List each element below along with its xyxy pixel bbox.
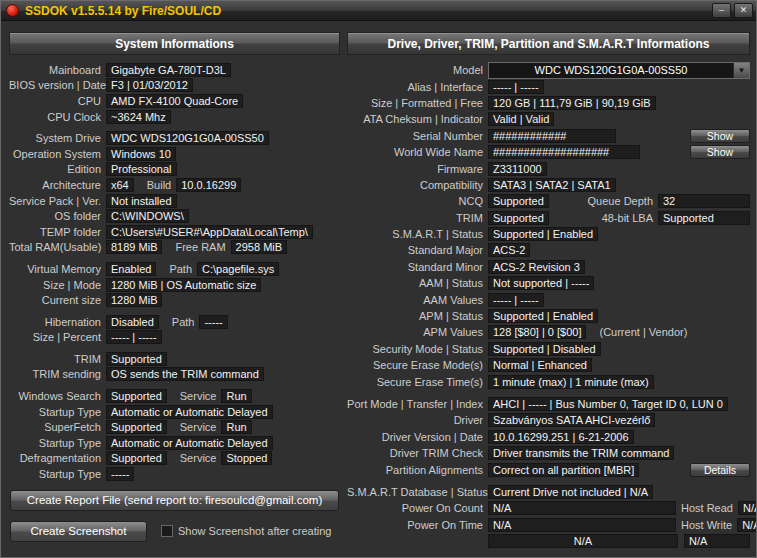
- details-button[interactable]: Details: [690, 463, 750, 477]
- row-value-2: N/A: [738, 501, 757, 515]
- row-label: Architecture: [9, 179, 106, 191]
- row-value-2: 10.0.16299: [176, 178, 241, 192]
- row-value: Correct on all partition [MBR]: [488, 463, 639, 477]
- row-label-2: Free RAM: [170, 241, 230, 253]
- row-value: Supported: [106, 352, 167, 366]
- row-label: CPU: [9, 95, 106, 107]
- row-value: 1280 MiB: [106, 293, 162, 307]
- row-bottom-status: N/AN/A: [347, 533, 750, 549]
- row-value: ----- | -----: [488, 293, 544, 307]
- row-cpu: CPUAMD FX-4100 Quad-Core: [9, 93, 340, 109]
- row-value: -----: [106, 467, 134, 481]
- row-value: Z3311000: [488, 162, 547, 176]
- row-label: Mainboard: [9, 64, 106, 76]
- row-label: Current size: [9, 294, 106, 306]
- row-value: Szabványos SATA AHCI-vezérlő: [488, 413, 655, 427]
- show-serial-button[interactable]: Show: [690, 129, 750, 143]
- row-label: S.M.A.R.T Database | Status: [347, 486, 488, 498]
- row-value-2: Stopped: [221, 451, 272, 465]
- row-label: Defragmentation: [9, 452, 106, 464]
- row-label: Partition Alignments: [347, 464, 488, 476]
- show-screenshot-checkbox[interactable]: [161, 525, 173, 537]
- row-label: ATA Cheksum | Indicator: [347, 113, 488, 125]
- row-label: Security Mode | Status: [347, 343, 488, 355]
- row-label-2: Service: [175, 452, 222, 464]
- row-system-drive: System DriveWDC WDS120G1G0A-00SS50: [9, 130, 340, 146]
- row-value: ###################: [488, 145, 640, 159]
- row-label: Size | Percent: [9, 331, 106, 343]
- row-mainboard: MainboardGigabyte GA-780T-D3L: [9, 62, 340, 78]
- row-value-2: C:\pagefile.sys: [197, 262, 279, 276]
- row-label-2: Service: [175, 390, 222, 402]
- row-value: N/A: [488, 534, 678, 548]
- row-value: ACS-2 Revision 3: [488, 260, 585, 274]
- row-compatibility: CompatibilitySATA3 | SATA2 | SATA1: [347, 177, 750, 193]
- create-report-button[interactable]: Create Report File (send report to: fire…: [10, 490, 339, 511]
- row-value: Driver transmits the TRIM command: [488, 446, 674, 460]
- drive-informations-panel: Drive, Driver, TRIM, Partition and S.M.A…: [347, 32, 750, 551]
- row-label: Windows Search: [9, 390, 106, 402]
- row-value: Not installed: [106, 194, 177, 208]
- row-apm-values: APM Values128 [$80] | 0 [$00](Current | …: [347, 324, 750, 340]
- row-value: 120 GB | 111,79 GiB | 90,19 GiB: [488, 96, 656, 110]
- row-label: Standard Major: [347, 244, 488, 256]
- row-value-2: 32: [658, 194, 750, 208]
- row-value: Supported: [488, 211, 549, 225]
- row-value: Automatic or Automatic Delayed: [106, 405, 273, 419]
- row-value: Professional: [106, 162, 177, 176]
- row-value: Supported | Enabled: [488, 309, 598, 323]
- row-label: AAM | Status: [347, 277, 488, 289]
- show-wwn-button[interactable]: Show: [690, 145, 750, 159]
- row-value: N/A: [488, 518, 676, 532]
- row-label: Startup Type: [9, 406, 106, 418]
- row-trim: TRIMSupported: [9, 351, 340, 367]
- row-label-2: Host Read: [676, 502, 738, 514]
- row-operation-system: Operation SystemWindows 10: [9, 146, 340, 162]
- row-edition: EditionProfessional: [9, 162, 340, 178]
- row-label: Startup Type: [9, 468, 106, 480]
- row-value: Supported: [106, 420, 167, 434]
- model-dropdown[interactable]: WDC WDS120G1G0A-00SS50 ▼: [488, 62, 750, 79]
- minimize-button[interactable]: –: [712, 3, 731, 18]
- row-label-2: Service: [175, 421, 222, 433]
- row-label: Compatibility: [347, 179, 488, 191]
- row-value: Supported | Disabled: [488, 342, 601, 356]
- row-value: Supported: [106, 451, 167, 465]
- row-label: Serial Number: [347, 130, 488, 142]
- row-world-wide-name: World Wide Name###################Show: [347, 144, 750, 160]
- create-screenshot-button[interactable]: Create Screenshot: [10, 521, 147, 542]
- system-informations-header: System Informations: [9, 32, 340, 55]
- row-value: Supported: [106, 389, 167, 403]
- row-value: WDC WDS120G1G0A-00SS50: [106, 131, 269, 145]
- row-secure-erase-times: Secure Erase Time(s)1 minute (max) | 1 m…: [347, 373, 750, 389]
- row-cpu-clock: CPU Clock~3624 Mhz: [9, 109, 340, 125]
- row-virtual-memory: Virtual MemoryEnabledPathC:\pagefile.sys: [9, 261, 340, 277]
- row-secure-erase-modes: Secure Erase Mode(s)Normal | Enhanced: [347, 357, 750, 373]
- row-label: Secure Erase Mode(s): [347, 359, 488, 371]
- row-value: 10.0.16299.251 | 6-21-2006: [488, 430, 634, 444]
- row-ncq: NCQSupportedQueue Depth32: [347, 193, 750, 209]
- row-label: Driver Version | Date: [347, 431, 488, 443]
- row-label: CPU Clock: [9, 111, 106, 123]
- row-label-2: Path: [164, 263, 197, 275]
- row-label-2: 48-bit LBA: [597, 212, 658, 224]
- row-value: Valid | Valid: [488, 112, 554, 126]
- titlebar: SSDOK v1.5.5.14 by Fire/SOUL/CD – ✕: [1, 1, 756, 21]
- row-value: Supported | Enabled: [488, 227, 598, 241]
- row-alias-interface: Alias | Interface----- | -----: [347, 78, 750, 94]
- row-standard-major: Standard MajorACS-2: [347, 242, 750, 258]
- row-label: S.M.A.R.T | Status: [347, 228, 488, 240]
- close-button[interactable]: ✕: [734, 3, 753, 18]
- row-value: SATA3 | SATA2 | SATA1: [488, 178, 616, 192]
- row-smart-database: S.M.A.R.T Database | StatusCurrent Drive…: [347, 484, 750, 500]
- row-trim-sending: TRIM sendingOS sends the TRIM command: [9, 367, 340, 383]
- row-value: C:\WINDOWS\: [106, 209, 189, 223]
- row-value: C:\Users\#USER#\AppData\Local\Temp\: [106, 225, 313, 239]
- system-info-rows: MainboardGigabyte GA-780T-D3L BIOS versi…: [9, 55, 340, 482]
- row-os-folder: OS folderC:\WINDOWS\: [9, 208, 340, 224]
- row-vm-current-size: Current size1280 MiB: [9, 292, 340, 308]
- row-driver: DriverSzabványos SATA AHCI-vezérlő: [347, 412, 750, 428]
- row-partition-alignments: Partition AlignmentsCorrect on all parti…: [347, 461, 750, 477]
- row-superfetch: SuperFetchSupportedServiceRun: [9, 419, 340, 435]
- row-label: Service Pack | Ver.: [9, 195, 106, 207]
